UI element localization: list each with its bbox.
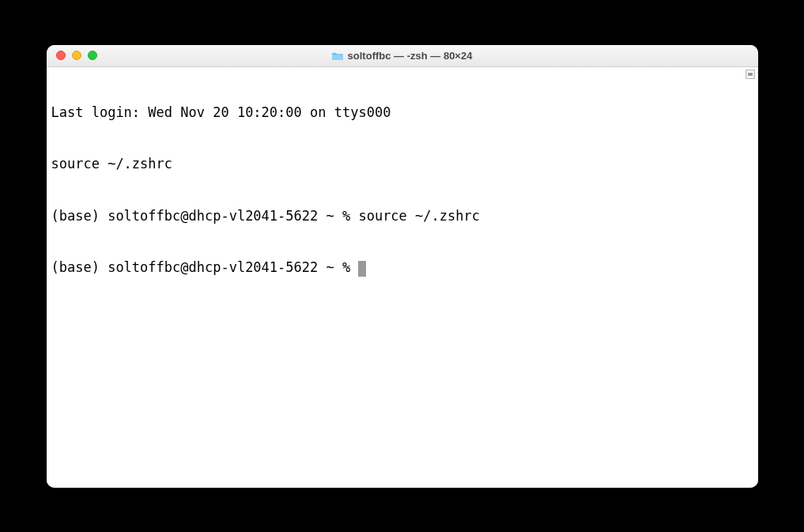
folder-icon: [332, 51, 343, 60]
terminal-window: soltoffbc — -zsh — 80×24 Last login: Wed…: [47, 45, 758, 488]
title-group: soltoffbc — -zsh — 80×24: [332, 50, 473, 62]
scroll-indicator-icon[interactable]: [745, 70, 755, 79]
terminal-line: (base) soltoffbc@dhcp-vl2041-5622 ~ % so…: [51, 208, 753, 225]
terminal-prompt: (base) soltoffbc@dhcp-vl2041-5622 ~ %: [51, 259, 359, 275]
titlebar[interactable]: soltoffbc — -zsh — 80×24: [47, 45, 758, 67]
maximize-icon[interactable]: [88, 51, 97, 60]
terminal-line: Last login: Wed Nov 20 10:20:00 on ttys0…: [51, 104, 753, 122]
terminal-line: source ~/.zshrc: [51, 156, 753, 173]
minimize-icon[interactable]: [72, 51, 81, 60]
window-title: soltoffbc — -zsh — 80×24: [348, 50, 473, 62]
terminal-body[interactable]: Last login: Wed Nov 20 10:20:00 on ttys0…: [47, 67, 758, 488]
close-icon[interactable]: [56, 51, 66, 60]
cursor-icon: [358, 261, 366, 277]
traffic-lights: [47, 51, 97, 60]
terminal-prompt-line: (base) soltoffbc@dhcp-vl2041-5622 ~ %: [51, 259, 753, 277]
